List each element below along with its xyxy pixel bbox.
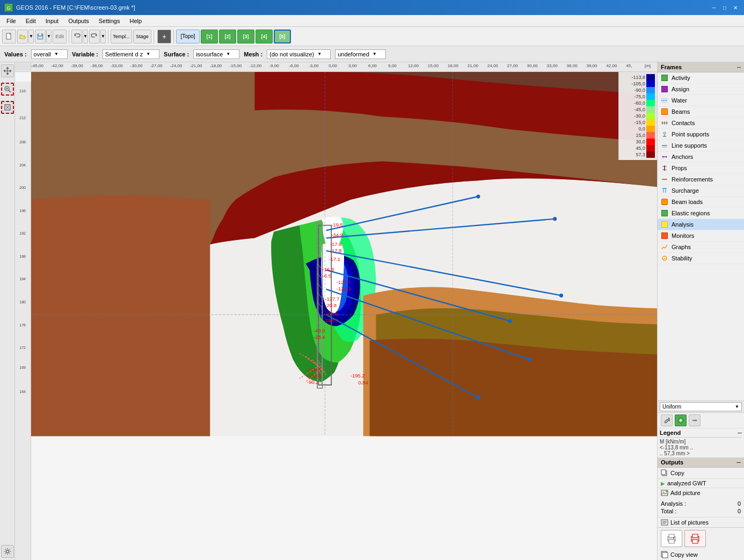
redo-dropdown[interactable]: ▼ — [100, 30, 106, 43]
frame-point-supports[interactable]: Point supports — [658, 129, 744, 140]
print-red-button[interactable] — [684, 530, 706, 547]
frames-collapse-button[interactable]: ─ — [737, 64, 741, 70]
outputs-header: Outputs ─ — [658, 457, 744, 468]
menu-file[interactable]: File — [2, 17, 20, 25]
analyzed-gwt-button[interactable]: ▶ analyzed GWT — [658, 479, 744, 488]
frame-props[interactable]: Props — [658, 163, 744, 174]
title-text: GEOS 2016 - FEM [C:\FEM\screen-03.gmk *] — [16, 4, 135, 11]
save-dropdown[interactable]: ▼ — [46, 30, 52, 43]
copy-view-button[interactable]: Copy view — [658, 549, 744, 560]
undo-dropdown[interactable]: ▼ — [83, 30, 88, 43]
values-dropdown[interactable]: overall — [31, 49, 68, 59]
frame-contacts[interactable]: Contacts — [658, 118, 744, 129]
frame-line-supports[interactable]: Line supports — [658, 140, 744, 151]
stage4-button[interactable]: [4] — [256, 30, 273, 43]
menu-help[interactable]: Help — [125, 17, 146, 25]
surface-dropdown[interactable]: isosurface — [193, 49, 239, 59]
svg-text:188: 188 — [19, 254, 26, 258]
svg-text:30,00: 30,00 — [527, 64, 538, 68]
tool-arrow[interactable] — [689, 414, 701, 426]
legend-collapse[interactable]: ─ — [738, 430, 742, 436]
stage2-button[interactable]: [2] — [219, 30, 236, 43]
settings-tool[interactable] — [1, 545, 14, 558]
frame-stability[interactable]: Stability — [658, 253, 744, 264]
frame-beam-loads[interactable]: Beam loads — [658, 197, 744, 208]
menu-outputs[interactable]: Outputs — [64, 17, 93, 25]
pan-tool[interactable] — [1, 64, 14, 77]
close-button[interactable]: ✕ — [731, 3, 740, 12]
frame-beams[interactable]: Beams — [658, 106, 744, 118]
frame-activity[interactable]: Activity — [658, 72, 744, 84]
svg-point-90 — [476, 396, 480, 399]
ruler-horizontal: -45,00 -42,00 -39,00 -36,00 -33,00 -30,0… — [15, 62, 657, 72]
svg-line-125 — [662, 147, 663, 148]
outputs-collapse[interactable]: ─ — [736, 459, 741, 466]
open-button[interactable] — [17, 30, 28, 43]
frame-monitors[interactable]: Monitors — [658, 230, 744, 242]
stage5-button[interactable]: [5] — [274, 30, 291, 43]
frame-elastic-regions[interactable]: Elastic regions — [658, 208, 744, 219]
stage1-button[interactable]: [1] — [201, 30, 218, 43]
list-pictures-button[interactable]: List of pictures — [658, 517, 744, 527]
svg-text:-34.9: -34.9 — [331, 232, 343, 238]
svg-marker-4 — [75, 34, 76, 37]
frame-reinforcements[interactable]: Reinforcements — [658, 174, 744, 185]
menu-settings[interactable]: Settings — [94, 17, 125, 25]
edit-button[interactable]: Edit — [53, 30, 67, 43]
frame-graphs[interactable]: Graphs — [658, 242, 744, 253]
color-scale: -113,8 -105,0 -90,0 -75,0 -60,0 -45,0 -3… — [618, 72, 657, 160]
mesh-dropdown[interactable]: (do not visualize) — [267, 49, 331, 59]
svg-text:169: 169 — [19, 366, 26, 369]
canvas-area[interactable]: -45,00 -42,00 -39,00 -36,00 -33,00 -30,0… — [15, 62, 657, 560]
svg-text:200: 200 — [19, 186, 26, 190]
bottom-right-toolbar: Uniform ▼ — [658, 401, 744, 413]
svg-text:-18,00: -18,00 — [209, 64, 222, 68]
titlebar: G GEOS 2016 - FEM [C:\FEM\screen-03.gmk … — [0, 0, 744, 15]
menu-edit[interactable]: Edit — [21, 17, 40, 25]
add-picture-button[interactable]: Add picture — [658, 488, 744, 498]
surcharge-icon — [661, 187, 668, 194]
zoom-in-button[interactable]: + — [157, 30, 171, 43]
deform-dropdown[interactable]: undeformed — [335, 49, 386, 59]
svg-marker-5 — [95, 34, 97, 37]
tool-add[interactable] — [675, 414, 687, 426]
svg-text:-195.2: -195.2 — [351, 373, 365, 379]
svg-text:184: 184 — [19, 277, 26, 281]
zoom-window-tool[interactable] — [1, 83, 14, 96]
tool-wrench[interactable] — [661, 414, 673, 426]
open-dropdown[interactable]: ▼ — [28, 30, 34, 43]
stage-button[interactable]: Stage — [133, 30, 151, 43]
frame-analysis[interactable]: Analysis — [658, 219, 744, 230]
template-button[interactable]: Templ... — [111, 30, 132, 43]
svg-text:-20.8: -20.8 — [325, 302, 337, 308]
svg-text:-114.5: -114.5 — [307, 373, 322, 379]
svg-marker-149 — [696, 419, 697, 421]
maximize-button[interactable]: □ — [720, 3, 729, 12]
redo-button[interactable] — [89, 30, 100, 43]
left-toolbar — [0, 62, 15, 560]
minimize-button[interactable]: ─ — [710, 3, 718, 12]
svg-point-129 — [662, 156, 664, 158]
topo-button[interactable]: [Topo] — [176, 30, 200, 43]
copy-button[interactable]: Copy — [658, 468, 744, 479]
zoom-fit-tool[interactable] — [1, 101, 14, 114]
undo-button[interactable] — [71, 30, 82, 43]
print-button[interactable] — [661, 530, 682, 547]
svg-rect-12 — [31, 62, 657, 69]
legend-header: Legend ─ — [660, 430, 742, 438]
new-button[interactable] — [2, 30, 16, 43]
stage3-button[interactable]: [3] — [237, 30, 254, 43]
legend-unit: M [kNm/m] — [660, 439, 742, 445]
main-drawing[interactable]: -19.5 -34.9 -17.8 -17.8 -17.1 -16.3 -6.5… — [31, 72, 657, 560]
frame-assign[interactable]: Assign — [658, 84, 744, 95]
variable-dropdown[interactable]: Settlement d z — [103, 49, 159, 59]
beams-icon — [661, 108, 668, 115]
uniform-dropdown[interactable]: Uniform ▼ — [660, 402, 742, 411]
frame-surcharge[interactable]: Surcharge — [658, 185, 744, 197]
save-button[interactable] — [35, 30, 46, 43]
frame-anchors[interactable]: Anchors — [658, 151, 744, 163]
svg-text:-36,00: -36,00 — [91, 64, 103, 68]
menu-input[interactable]: Input — [41, 17, 63, 25]
svg-text:164: 164 — [19, 390, 26, 394]
frame-water[interactable]: Water — [658, 95, 744, 106]
